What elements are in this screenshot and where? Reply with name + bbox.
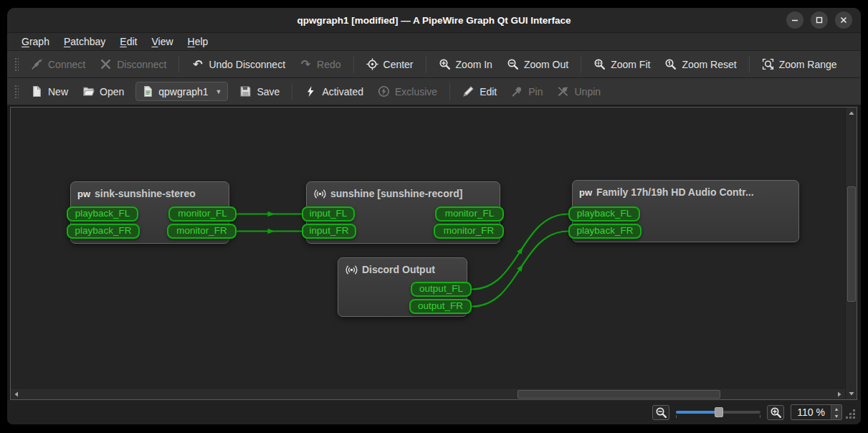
zoom-reset-icon: [664, 58, 677, 70]
button-label: Zoom In: [456, 59, 492, 70]
zoom-out-button[interactable]: [652, 405, 669, 420]
vertical-scrollbar-thumb[interactable]: [847, 186, 856, 302]
port-input-fr[interactable]: input_FR: [302, 224, 356, 239]
zoom-slider[interactable]: [676, 405, 760, 419]
button-label: Activated: [322, 86, 363, 97]
zoom-out-icon: [507, 58, 519, 70]
menu-graph[interactable]: Graph: [14, 34, 57, 49]
button-label: Zoom Range: [779, 59, 837, 70]
exclusive-button[interactable]: Exclusive: [371, 82, 444, 102]
node-title: sunshine [sunshine-record]: [330, 188, 462, 199]
horizontal-scrollbar-thumb[interactable]: [518, 390, 720, 399]
minimize-button[interactable]: [786, 11, 803, 29]
zoom-slider-fill: [676, 411, 719, 414]
spin-down-button[interactable]: ▼: [831, 412, 841, 419]
close-button[interactable]: [835, 11, 852, 29]
new-icon: [31, 85, 43, 97]
toolbar-separator: [426, 56, 426, 73]
scroll-left-button[interactable]: [11, 389, 22, 400]
toolbar-separator: [292, 83, 292, 100]
window-title: qpwgraph1 [modified] — A PipeWire Graph …: [7, 8, 861, 33]
zoom-in-button[interactable]: Zoom In: [431, 54, 500, 75]
toolbar-file: NewOpenqpwgraph1▼SaveActivatedExclusiveE…: [7, 78, 861, 105]
button-label: Disconnect: [117, 59, 166, 70]
zoom-range-icon: [762, 58, 774, 70]
pin-button[interactable]: Pin: [504, 82, 550, 102]
connection-wires: [11, 108, 845, 388]
toolbar-drag-handle[interactable]: [14, 84, 19, 100]
port-output-fl[interactable]: output_FL: [411, 282, 472, 297]
button-label: Center: [383, 59, 414, 70]
graph-canvas-frame: pwsink-sunshine-stereosunshine [sunshine…: [10, 107, 857, 400]
scroll-right-button[interactable]: [834, 389, 845, 400]
menu-help[interactable]: Help: [181, 34, 216, 49]
connect-button[interactable]: Connect: [24, 54, 92, 75]
edit-icon: [462, 85, 474, 97]
toolbar-drag-handle[interactable]: [14, 57, 19, 72]
scroll-down-button[interactable]: [846, 388, 857, 399]
node-title: Discord Output: [362, 264, 435, 275]
port-input-fl[interactable]: input_FL: [302, 206, 355, 222]
scroll-up-button[interactable]: [846, 108, 857, 119]
disconnect-icon: [100, 58, 112, 70]
disconnect-button[interactable]: Disconnect: [92, 54, 173, 75]
spin-up-button[interactable]: ▲: [831, 405, 841, 412]
zoom-range-button[interactable]: Zoom Range: [755, 54, 844, 75]
toolbar-separator: [178, 56, 179, 73]
zoom-slider-handle[interactable]: [715, 407, 723, 417]
maximize-button[interactable]: [811, 11, 828, 29]
zoom-in-button[interactable]: [767, 405, 784, 420]
toolbar-separator: [353, 56, 354, 73]
toolbar-separator: [449, 83, 450, 100]
port-playback-fl[interactable]: playback_FL: [568, 206, 640, 222]
window-controls: [786, 11, 852, 29]
zoom-percent-spinbox[interactable]: 110 % ▲ ▼: [791, 404, 842, 420]
button-label: Save: [257, 86, 280, 97]
unpin-button[interactable]: Unpin: [550, 82, 608, 102]
chevron-down-icon: ▼: [216, 88, 222, 95]
menu-edit[interactable]: Edit: [113, 34, 144, 49]
zoom-fit-button[interactable]: Zoom Fit: [586, 54, 657, 75]
center-button[interactable]: Center: [359, 54, 421, 75]
node-title: Family 17h/19h HD Audio Contr...: [596, 186, 754, 198]
zoom-out-button[interactable]: Zoom Out: [500, 54, 576, 75]
unpin-icon: [557, 85, 569, 97]
save-button[interactable]: Save: [232, 82, 287, 102]
node-title: sink-sunshine-stereo: [95, 188, 196, 199]
port-monitor-fr[interactable]: monitor_FR: [434, 224, 504, 239]
open-button[interactable]: Open: [75, 82, 131, 102]
edit-button[interactable]: Edit: [455, 82, 504, 102]
new-button[interactable]: New: [24, 82, 75, 102]
horizontal-scrollbar[interactable]: [11, 388, 845, 399]
graph-canvas[interactable]: pwsink-sunshine-stereosunshine [sunshine…: [11, 108, 845, 388]
button-label: Zoom Fit: [611, 59, 650, 70]
screenshot-stage: qpwgraph1 [modified] — A PipeWire Graph …: [0, 0, 868, 433]
port-output-fr[interactable]: output_FR: [409, 299, 472, 314]
win-close-icon: [838, 14, 849, 26]
port-playback-fr[interactable]: playback_FR: [568, 224, 642, 239]
broadcast-icon: [345, 264, 358, 275]
activated-button[interactable]: Activated: [297, 82, 371, 102]
zoom-reset-button[interactable]: Zoom Reset: [657, 54, 743, 75]
pipewire-icon: pw: [77, 188, 90, 199]
toolbar-separator: [581, 56, 581, 73]
port-playback-fl[interactable]: playback_FL: [67, 206, 138, 222]
toolbar-main: ConnectDisconnect↶Undo Disconnect↷RedoCe…: [7, 51, 861, 78]
resize-grip[interactable]: [853, 409, 855, 411]
redo-button[interactable]: ↷Redo: [292, 54, 348, 75]
port-monitor-fl[interactable]: monitor_FL: [435, 206, 504, 222]
button-label: Connect: [48, 59, 85, 70]
menu-patchbay[interactable]: Patchbay: [57, 34, 113, 49]
undo-disconnect-button[interactable]: ↶Undo Disconnect: [184, 54, 292, 75]
bolt-icon: [305, 85, 317, 97]
zoom-in-icon: [770, 406, 782, 419]
menu-view[interactable]: View: [144, 34, 180, 49]
button-label: Pin: [528, 86, 543, 97]
button-label: Edit: [480, 86, 497, 97]
port-playback-fr[interactable]: playback_FR: [67, 224, 140, 239]
vertical-scrollbar[interactable]: [845, 108, 857, 399]
button-label: New: [48, 86, 68, 97]
port-monitor-fl[interactable]: monitor_FL: [168, 206, 237, 222]
patchbay-profile-combo[interactable]: qpwgraph1▼: [135, 82, 228, 101]
port-monitor-fr[interactable]: monitor_FR: [167, 224, 237, 239]
